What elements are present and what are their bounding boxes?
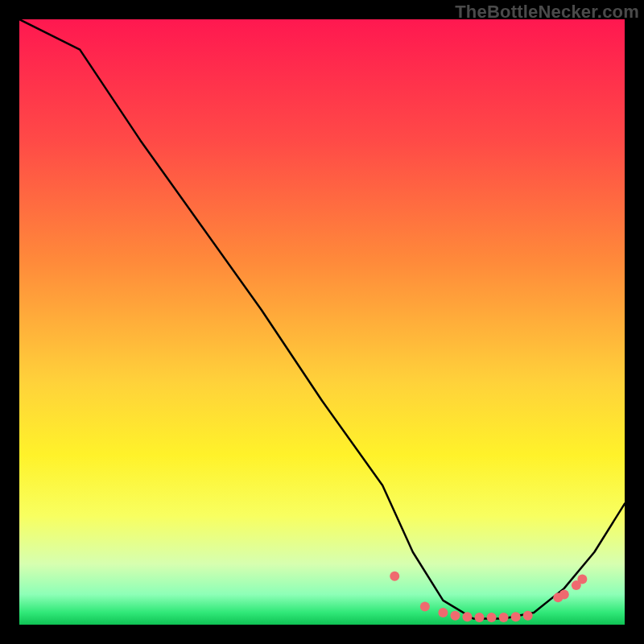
- highlight-dot: [390, 572, 399, 581]
- highlight-dot: [499, 613, 509, 622]
- highlight-dot: [523, 611, 533, 621]
- highlight-dot: [475, 613, 485, 622]
- watermark-text: TheBottleNecker.com: [455, 2, 639, 23]
- highlight-dot: [462, 612, 472, 621]
- chart-frame: [19, 19, 625, 625]
- highlight-dot: [559, 589, 569, 599]
- bottleneck-curve-chart: [19, 19, 625, 625]
- highlight-dot: [511, 612, 521, 621]
- highlight-dot: [420, 601, 430, 611]
- highlight-dot: [577, 575, 587, 584]
- highlight-dot: [487, 613, 497, 622]
- gradient-background: [19, 19, 625, 625]
- highlight-dot: [450, 611, 460, 621]
- highlight-dot: [438, 608, 448, 617]
